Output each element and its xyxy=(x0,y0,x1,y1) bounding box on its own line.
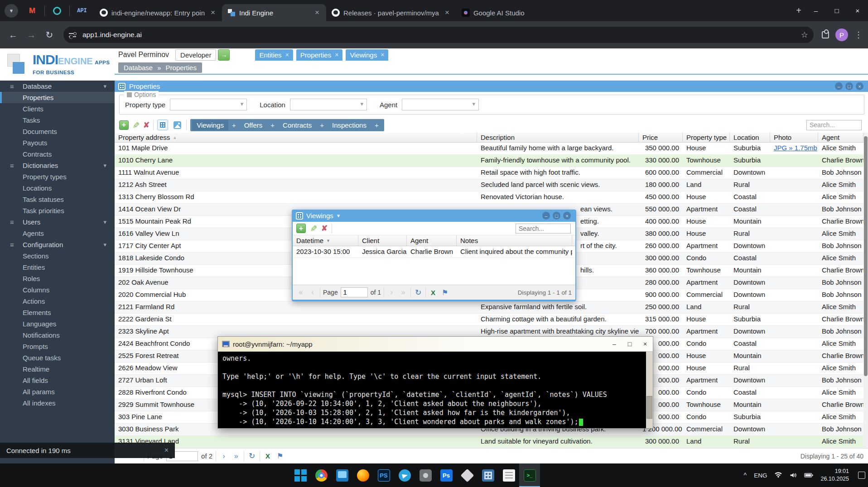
sidebar-item-realtime[interactable]: Realtime xyxy=(0,363,115,375)
viewings-search-input[interactable] xyxy=(516,224,571,234)
role-button[interactable]: Developer xyxy=(175,49,216,61)
subtab-inspections[interactable]: Inspections xyxy=(328,120,371,130)
table-row[interactable]: 1010 Cherry LaneFamily-friendly townhous… xyxy=(115,155,868,167)
sidebar-item-users[interactable]: Users xyxy=(0,216,115,228)
close-button[interactable] xyxy=(847,0,868,21)
add-offers-icon[interactable]: + xyxy=(267,121,278,129)
chevron-down-icon[interactable] xyxy=(337,212,340,219)
table-row[interactable]: 2023-10-30 15:00Jessica GarciaCharlie Br… xyxy=(293,246,575,258)
tab-viewings[interactable]: Viewings xyxy=(346,49,388,61)
taskbar-clock[interactable]: 19:01 26.10.2025 xyxy=(820,468,849,483)
maximize-button[interactable] xyxy=(826,0,847,21)
pinned-tab-gmail[interactable]: M xyxy=(23,3,42,19)
sidebar-item-dictionaries[interactable]: Dictionaries xyxy=(0,160,115,171)
table-row[interactable]: 3131 Vineyard LandLand suitable for vine… xyxy=(115,436,868,448)
tab-close-icon[interactable] xyxy=(443,8,452,17)
sidebar-item-clients[interactable]: Clients xyxy=(0,103,115,115)
property-type-combo[interactable] xyxy=(170,99,247,110)
subtab-contracts[interactable]: Contracts xyxy=(278,120,316,130)
profile-avatar[interactable]: P xyxy=(835,29,848,41)
tab-close-icon[interactable] xyxy=(285,51,289,58)
column-header-agent[interactable]: Agent xyxy=(407,235,457,246)
address-bar[interactable]: app1.indi-engine.ai xyxy=(63,27,814,43)
tab-close-icon[interactable] xyxy=(313,8,322,17)
sidebar-item-configuration[interactable]: Configuration xyxy=(0,239,115,250)
taskbar-item-firefox[interactable] xyxy=(352,463,373,487)
column-header-photo[interactable]: Photo xyxy=(770,133,818,142)
browser-tab[interactable]: indi-engine/newapp: Entry poin xyxy=(94,4,222,21)
taskbar-item-start[interactable] xyxy=(290,463,311,487)
prev-page-icon[interactable] xyxy=(308,288,317,296)
logout-icon[interactable]: → xyxy=(218,49,230,61)
column-header-description[interactable]: Description xyxy=(477,133,639,142)
tab-properties[interactable]: Properties xyxy=(296,49,343,61)
delete-record-button[interactable] xyxy=(143,120,149,130)
last-page-icon[interactable] xyxy=(231,452,241,460)
taskbar-item-calculator[interactable] xyxy=(477,463,498,487)
sidebar-item-all-indexes[interactable]: All indexes xyxy=(0,397,115,409)
viewings-maximize-icon[interactable] xyxy=(553,212,560,220)
sidebar-item-tasks[interactable]: Tasks xyxy=(0,115,115,126)
sidebar-item-properties[interactable]: Properties xyxy=(0,92,115,103)
sidebar-item-columns[interactable]: Columns xyxy=(0,284,115,296)
sidebar-item-prompts[interactable]: Prompts xyxy=(0,341,115,352)
sidebar-item-contracts[interactable]: Contracts xyxy=(0,148,115,160)
viewings-edit-button[interactable] xyxy=(308,225,318,232)
sidebar-item-roles[interactable]: Roles xyxy=(0,273,115,284)
excel-export-icon[interactable] xyxy=(263,452,272,460)
column-header-price[interactable]: Price xyxy=(639,133,683,142)
sidebar-item-all-params[interactable]: All params xyxy=(0,386,115,397)
forward-button[interactable] xyxy=(24,27,39,43)
site-controls-icon[interactable] xyxy=(69,32,77,38)
edit-record-button[interactable] xyxy=(130,121,141,129)
flag-icon[interactable] xyxy=(275,452,285,460)
terminal-close-button[interactable] xyxy=(637,337,653,351)
taskbar-item-display[interactable] xyxy=(332,463,352,487)
taskbar-item-diamond[interactable] xyxy=(457,463,477,487)
url-text[interactable]: app1.indi-engine.ai xyxy=(82,31,801,39)
panel-close-icon[interactable] xyxy=(856,82,863,90)
pinned-tab-app[interactable] xyxy=(48,3,67,19)
add-contracts-icon[interactable]: + xyxy=(316,121,328,129)
sidebar-item-all-fields[interactable]: All fields xyxy=(0,375,115,386)
tile-view-button[interactable] xyxy=(172,119,183,130)
reload-button[interactable] xyxy=(42,27,57,43)
table-row[interactable]: 2222 Gardenia StCharming cottage with a … xyxy=(115,314,868,326)
viewings-close-icon[interactable] xyxy=(563,212,571,220)
add-record-button[interactable]: + xyxy=(119,120,129,130)
viewings-delete-button[interactable] xyxy=(321,224,328,233)
sidebar-item-elements[interactable]: Elements xyxy=(0,307,115,318)
sidebar-item-languages[interactable]: Languages xyxy=(0,318,115,329)
volume-icon[interactable] xyxy=(790,472,797,478)
new-tab-button[interactable]: + xyxy=(792,4,805,18)
page-input[interactable] xyxy=(341,287,368,297)
browser-tab[interactable]: Releases · pavel-perminov/mya xyxy=(326,4,456,21)
tab-close-icon[interactable] xyxy=(335,51,338,58)
hidden-icons-chevron[interactable]: ^ xyxy=(744,472,747,479)
wifi-icon[interactable] xyxy=(774,472,782,478)
sidebar-item-notifications[interactable]: Notifications xyxy=(0,329,115,341)
sidebar-item-property-types[interactable]: Property types xyxy=(0,171,115,182)
minimize-button[interactable] xyxy=(805,0,826,21)
column-header-property-address[interactable]: Property address xyxy=(115,133,477,142)
next-page-icon[interactable] xyxy=(219,452,228,460)
add-viewings-icon[interactable]: + xyxy=(228,121,240,129)
column-header-notes[interactable]: Notes xyxy=(457,235,572,246)
terminal-minimize-button[interactable] xyxy=(607,337,622,351)
viewings-add-button[interactable]: + xyxy=(296,224,306,233)
column-header-datetime[interactable]: Datetime xyxy=(293,235,358,246)
pinned-tab-api[interactable]: API xyxy=(72,3,92,19)
notification-center-icon[interactable] xyxy=(858,472,865,479)
taskbar-item-chrome[interactable] xyxy=(311,463,332,487)
grid-view-button[interactable] xyxy=(157,119,168,130)
extensions-icon[interactable] xyxy=(822,31,829,38)
sidebar-item-locations[interactable]: Locations xyxy=(0,182,115,194)
sidebar-item-task-statuses[interactable]: Task statuses xyxy=(0,194,115,205)
add-inspections-icon[interactable]: + xyxy=(371,121,382,129)
viewings-window-header[interactable]: Viewings xyxy=(293,210,575,222)
terminal-body[interactable]: owners. Type 'help;' or '\h' for help. T… xyxy=(218,352,653,428)
flag-icon[interactable] xyxy=(440,288,449,297)
sidebar-item-queue-tasks[interactable]: Queue tasks xyxy=(0,352,115,363)
language-indicator[interactable]: ENG xyxy=(754,472,767,479)
panel-maximize-icon[interactable] xyxy=(845,82,853,90)
